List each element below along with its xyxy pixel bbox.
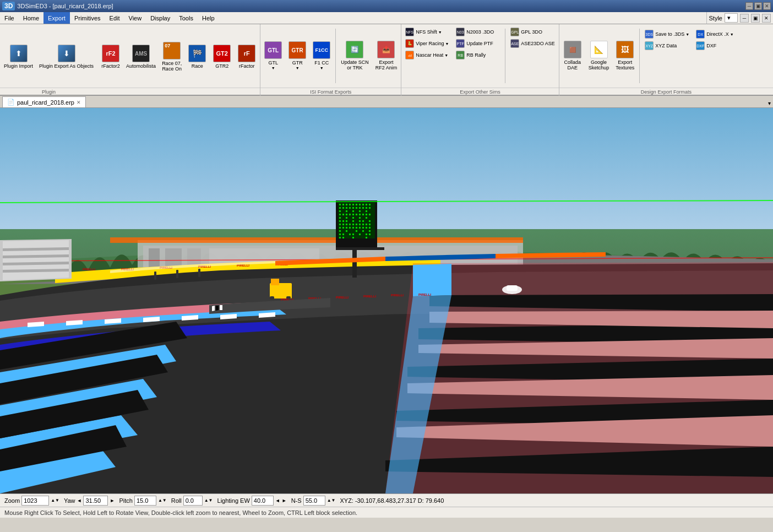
menu-edit[interactable]: Edit	[105, 12, 124, 24]
yaw-prev[interactable]: ◄	[77, 498, 82, 503]
app-minimize-btn[interactable]: ─	[745, 2, 753, 10]
rb-rally-btn[interactable]: RB RB Rally	[453, 50, 503, 61]
roll-input[interactable]	[183, 496, 203, 506]
export-rf2-btn[interactable]: 📤 ExportRF2 Anim	[373, 26, 400, 85]
update-ptf-label: Update PTF	[466, 41, 493, 46]
menu-help[interactable]: Help	[198, 12, 219, 24]
svg-rect-85	[359, 227, 361, 229]
nascar-heat-btn[interactable]: 🏎 Nascar Heat	[402, 50, 452, 61]
update-ptf-btn[interactable]: PTF Update PTF	[453, 38, 503, 49]
dxf-btn[interactable]: DXF DXF	[693, 40, 743, 51]
menu-home[interactable]: Home	[19, 12, 43, 24]
gtr2-label: GTR2	[215, 64, 228, 69]
rfactor-btn[interactable]: rF rFactor	[235, 26, 259, 88]
n2003-label: N2003 .3DO	[466, 29, 494, 35]
tab-paul-ricard[interactable]: 📄 paul_ricard_2018.erp ✕	[2, 96, 86, 107]
app-restore-btn[interactable]: ▣	[754, 2, 762, 10]
race-btn[interactable]: 🏁 Race	[185, 26, 209, 88]
svg-rect-26	[352, 204, 354, 205]
nfs-shift-label: NFS Shift	[416, 29, 442, 35]
rfactor2-btn[interactable]: rF2 rFactor2	[99, 26, 123, 88]
svg-rect-64	[346, 220, 347, 222]
gtl-btn[interactable]: GTL GTL	[262, 26, 285, 85]
menu-primitives[interactable]: Primitives	[70, 12, 105, 24]
svg-rect-81	[346, 227, 347, 229]
svg-rect-74	[356, 224, 357, 225]
svg-rect-95	[342, 234, 344, 235]
style-restore[interactable]: ▣	[751, 14, 760, 23]
zoom-label: Zoom	[4, 497, 20, 504]
save-3ds-btn[interactable]: 3DS Save to .3DS	[642, 29, 692, 40]
gpl-btn[interactable]: GPL GPL 3DO	[508, 26, 558, 37]
menu-export[interactable]: Export	[43, 12, 70, 24]
google-sketchup-btn[interactable]: 📐 GoogleSketchup	[586, 26, 612, 85]
menu-view[interactable]: View	[124, 12, 146, 24]
update-scn-btn[interactable]: 🔄 Update SCNor TRK	[338, 26, 372, 85]
menu-file[interactable]: File	[0, 12, 19, 24]
yaw-input[interactable]	[83, 496, 108, 506]
lighting-next[interactable]: ►	[282, 498, 287, 503]
style-dropdown[interactable]: ▾	[725, 13, 738, 23]
tab-close-btn[interactable]: ✕	[77, 100, 81, 105]
nfs-shift-btn[interactable]: NFS NFS Shift	[402, 26, 452, 37]
gtr2-btn[interactable]: GT2 GTR2	[210, 26, 234, 88]
yaw-next[interactable]: ►	[110, 498, 115, 503]
svg-rect-59	[352, 217, 354, 219]
gtr-btn[interactable]: GTR GTR	[286, 26, 309, 85]
svg-rect-106	[336, 247, 384, 250]
plugin-import-btn[interactable]: ⬆ Plugin Import	[1, 26, 36, 88]
google-sketchup-label: GoogleSketchup	[589, 60, 609, 71]
zoom-spinner[interactable]: ▲▼	[51, 498, 59, 503]
d-label: D:	[418, 497, 424, 504]
plugin-export-label: Plugin Export As Objects	[39, 64, 94, 69]
pitch-input[interactable]	[134, 496, 156, 506]
menu-tools[interactable]: Tools	[175, 12, 198, 24]
directx-btn[interactable]: DX DirectX .X	[693, 29, 743, 40]
ns-input[interactable]	[303, 496, 325, 506]
isi-section: GTL GTL GTR GTR F1CC F1 CC 🔄 Update SCNo…	[260, 24, 401, 96]
svg-rect-53	[359, 214, 361, 215]
style-minimize[interactable]: ─	[740, 14, 749, 23]
gtr2-icon: GT2	[213, 45, 231, 62]
automobilista-btn[interactable]: AMS Automobilista	[123, 26, 159, 88]
race07-btn[interactable]: 07 Race 07,Race On	[159, 26, 184, 88]
export-left-group: NFS NFS Shift 🐍 Viper Racing 🏎 Nascar He…	[402, 26, 452, 61]
plugin-export-btn[interactable]: ⬇ Plugin Export As Objects	[36, 26, 96, 88]
update-ptf-icon: PTF	[456, 39, 465, 48]
svg-rect-88	[369, 227, 371, 229]
xyz-data-btn[interactable]: XYZ XYZ Data	[642, 40, 692, 51]
ns-spinner[interactable]: ▲▼	[327, 498, 336, 503]
lighting-input[interactable]	[252, 496, 274, 506]
ase23do-btn[interactable]: ASE ASE23DO ASE	[508, 38, 558, 49]
plugin-import-icon: ⬆	[10, 45, 28, 62]
app-close-btn[interactable]: ✕	[763, 2, 771, 10]
track-scene: PIRELLI PIRELLI PIRELLI PIRELLI PIRELLI …	[0, 108, 773, 493]
svg-rect-33	[342, 207, 344, 209]
f1cc-btn[interactable]: F1CC F1 CC	[310, 26, 333, 85]
track-background: PIRELLI PIRELLI PIRELLI PIRELLI PIRELLI …	[0, 108, 773, 493]
export-textures-btn[interactable]: 🖼 ExportTextures	[613, 26, 637, 85]
roll-spinner[interactable]: ▲▼	[204, 498, 213, 503]
svg-rect-39	[362, 207, 364, 209]
svg-rect-78	[369, 224, 371, 225]
sep-export	[505, 29, 505, 83]
n2003-btn[interactable]: N03 N2003 .3DO	[453, 26, 503, 37]
svg-rect-87	[366, 227, 367, 229]
svg-rect-52	[356, 214, 357, 215]
zoom-input[interactable]	[21, 496, 49, 506]
viper-racing-btn[interactable]: 🐍 Viper Racing	[402, 38, 452, 49]
pitch-spinner[interactable]: ▲▼	[158, 498, 167, 503]
svg-rect-77	[366, 224, 367, 225]
style-selector[interactable]: Style ▾ ─ ▣ ✕	[706, 12, 773, 24]
menu-display[interactable]: Display	[146, 12, 175, 24]
style-close[interactable]: ✕	[762, 14, 771, 23]
svg-rect-43	[346, 210, 347, 212]
collada-btn[interactable]: 🟫 ColladaDAE	[560, 26, 585, 85]
nfs-shift-icon: NFS	[405, 28, 414, 36]
tab-dropdown-arrow[interactable]: ▾	[768, 100, 771, 106]
xyz-field: XYZ: -30.107,68.483,27.317 D: 79.640	[340, 497, 444, 504]
svg-rect-51	[352, 214, 354, 215]
lighting-prev[interactable]: ◄	[275, 498, 280, 503]
statusbar: Zoom ▲▼ Yaw ◄ ► Pitch ▲▼ Roll ▲▼ Lightin…	[0, 493, 773, 507]
rfactor2-icon: rF2	[102, 45, 119, 62]
